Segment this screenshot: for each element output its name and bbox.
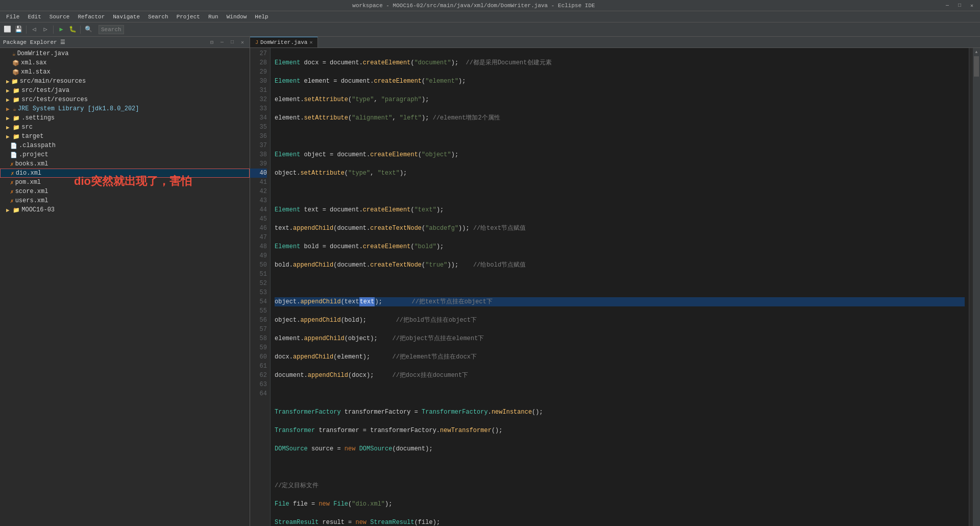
code-line-41: object.appendChild(bold); //把bold节点挂在obj…: [275, 316, 965, 325]
toolbar-search[interactable]: 🔍: [83, 25, 93, 35]
menu-file[interactable]: File: [2, 13, 23, 21]
java-icon: ☕: [12, 51, 16, 57]
editor-tabs: J DomWriter.java ✕: [250, 37, 980, 48]
tree-item-project[interactable]: 📄 .project: [0, 150, 250, 159]
editor-tab-domwriter[interactable]: J DomWriter.java ✕: [250, 37, 318, 47]
line-numbers: 2728293031 3233343536 373839 40 41424344…: [250, 48, 271, 526]
code-line-49: [275, 463, 965, 472]
tree-item-booksxml[interactable]: ✗ books.xml: [0, 159, 250, 169]
tree-item-src-test-java[interactable]: ▶ 📁 src/test/java: [0, 86, 250, 95]
tree-item-usersxml[interactable]: ✗ users.xml: [0, 196, 250, 205]
title-bar: workspace - MOOC16-02/src/main/java/xml/…: [0, 0, 980, 11]
target-folder-icon: ▶ 📁: [6, 133, 20, 140]
maximize-button[interactable]: □: [955, 2, 964, 10]
menu-navigate[interactable]: Navigate: [109, 13, 144, 21]
minimap: [969, 48, 973, 526]
toolbar-run[interactable]: ▶: [56, 25, 66, 35]
tree-item-scorexml[interactable]: ✗ score.xml: [0, 187, 250, 196]
toolbar-back[interactable]: ◁: [29, 25, 39, 35]
minimize-panel-button[interactable]: —: [218, 38, 226, 46]
toolbar-sep1: [26, 26, 27, 34]
editor-area: J DomWriter.java ✕ 2728293031 3233343536…: [250, 37, 980, 526]
editor-vscrollbar[interactable]: ▲ ▼: [973, 48, 980, 526]
toolbar-new[interactable]: ⬜: [2, 25, 12, 35]
close-button[interactable]: ✕: [968, 2, 976, 10]
code-line-32: Element object = document.createElement(…: [275, 150, 965, 159]
minimize-button[interactable]: —: [943, 2, 951, 10]
explorer-header: Package Explorer ☰ ⊟ — □ ✕: [0, 37, 250, 48]
code-line-38: bold.appendChild(document.createTextNode…: [275, 260, 965, 270]
toolbar-forward[interactable]: ▷: [40, 25, 51, 35]
code-line-46: TransformerFactory transformerFactory = …: [275, 408, 965, 417]
settings-folder-icon: ▶ 📁: [6, 115, 20, 122]
dioxml-icon: ✗: [11, 170, 14, 177]
menu-edit[interactable]: Edit: [23, 13, 45, 21]
code-line-45: [275, 389, 965, 398]
folder-icon4: ▶ 📁: [6, 97, 20, 103]
tree-item-src-main-res[interactable]: ▶ 📁 src/main/resources: [0, 77, 250, 86]
toolbar-save[interactable]: 💾: [13, 25, 23, 35]
tree-item-xmlstax[interactable]: 📦 xml.stax: [0, 67, 250, 77]
code-editor: 2728293031 3233343536 373839 40 41424344…: [250, 48, 980, 526]
code-line-30: element.setAttribute("alignment", "left"…: [275, 113, 965, 123]
package-icon2: 📦: [12, 69, 19, 76]
tree-item-xmlsax[interactable]: 📦 xml.sax: [0, 58, 250, 67]
menu-run[interactable]: Run: [204, 13, 223, 21]
window-controls: — □ ✕: [943, 2, 976, 10]
menu-search[interactable]: Search: [144, 13, 173, 21]
tree-item-src-test-res[interactable]: ▶ 📁 src/test/resources: [0, 95, 250, 104]
code-line-40: object.appendChild(texttext); //把text节点挂…: [275, 297, 965, 306]
collapse-all-button[interactable]: ⊟: [208, 38, 216, 46]
code-line-34: [275, 187, 965, 196]
explorer-tree: ☕ DomWriter.java 📦 xml.sax 📦 xml.stax ▶ …: [0, 48, 250, 526]
tree-item-jre[interactable]: ▶ ☕ JRE System Library [jdk1.8.0_202]: [0, 104, 250, 113]
tree-item-pomxml[interactable]: ✗ pom.xml: [0, 178, 250, 187]
code-content[interactable]: Element docx = document.createElement("d…: [271, 48, 969, 526]
tree-item-domwriter[interactable]: ☕ DomWriter.java: [0, 49, 250, 58]
usersxml-icon: ✗: [10, 198, 14, 204]
tree-item-mooc16-03[interactable]: ▶ 📁 MOOC16-03: [0, 205, 250, 214]
close-panel-button[interactable]: ✕: [238, 38, 247, 46]
scroll-thumb[interactable]: [974, 56, 979, 77]
code-line-42: element.appendChild(object); //把object节点…: [275, 334, 965, 343]
code-line-33: object.setAttribute("type", "text");: [275, 169, 965, 178]
code-line-52: StreamResult result = new StreamResult(f…: [275, 518, 965, 526]
code-line-27: Element docx = document.createElement("d…: [275, 58, 965, 67]
menu-help[interactable]: Help: [251, 13, 272, 21]
tree-item-dioxml[interactable]: ✗ dio.xml: [0, 169, 250, 178]
toolbar-debug[interactable]: 🐛: [67, 25, 78, 35]
search-label: Search: [101, 27, 121, 33]
code-line-48: DOMSource source = new DOMSource(documen…: [275, 444, 965, 453]
tab-close-button[interactable]: ✕: [309, 39, 312, 45]
jre-icon: ▶ ☕: [6, 106, 16, 112]
maximize-panel-button[interactable]: □: [228, 38, 236, 46]
package-icon: 📦: [12, 60, 19, 66]
toolbar-sep2: [53, 26, 54, 34]
tree-item-target[interactable]: ▶ 📁 target: [0, 132, 250, 141]
code-line-47: Transformer transformer = transformerFac…: [275, 426, 965, 435]
toolbar-sep3: [80, 26, 81, 34]
code-line-43: docx.appendChild(element); //把element节点挂…: [275, 352, 965, 362]
menu-window[interactable]: Window: [223, 13, 251, 21]
xml-icon: ✗: [10, 161, 14, 168]
tree-item-classpath[interactable]: 📄 .classpath: [0, 141, 250, 150]
menu-refactor[interactable]: Refactor: [74, 13, 109, 21]
left-panel: Package Explorer ☰ ⊟ — □ ✕ ☕ DomWriter.j…: [0, 37, 250, 526]
code-line-29: element.setAttribute("type", "paragraph"…: [275, 95, 965, 104]
scorexml-icon: ✗: [10, 188, 14, 195]
tab-label: DomWriter.java: [260, 39, 307, 45]
scroll-up-arrow[interactable]: ▲: [973, 48, 980, 55]
code-line-51: File file = new File("dio.xml");: [275, 499, 965, 509]
menu-project[interactable]: Project: [173, 13, 204, 21]
tree-item-settings[interactable]: ▶ 📁 .settings: [0, 113, 250, 123]
code-line-39: [275, 279, 965, 288]
code-line-44: document.appendChild(docx); //把docx挂在doc…: [275, 371, 965, 380]
tree-item-src[interactable]: ▶ 📁 src: [0, 123, 250, 132]
title-text: workspace - MOOC16-02/src/main/java/xml/…: [4, 3, 943, 9]
main-area: Package Explorer ☰ ⊟ — □ ✕ ☕ DomWriter.j…: [0, 37, 980, 526]
classpath-icon: 📄: [10, 142, 17, 149]
menu-source[interactable]: Source: [45, 13, 74, 21]
code-line-35: Element text = document.createElement("t…: [275, 205, 965, 214]
split-area: Package Explorer ☰ ⊟ — □ ✕ ☕ DomWriter.j…: [0, 37, 980, 526]
src-folder-icon: ▶ 📁: [6, 124, 20, 131]
